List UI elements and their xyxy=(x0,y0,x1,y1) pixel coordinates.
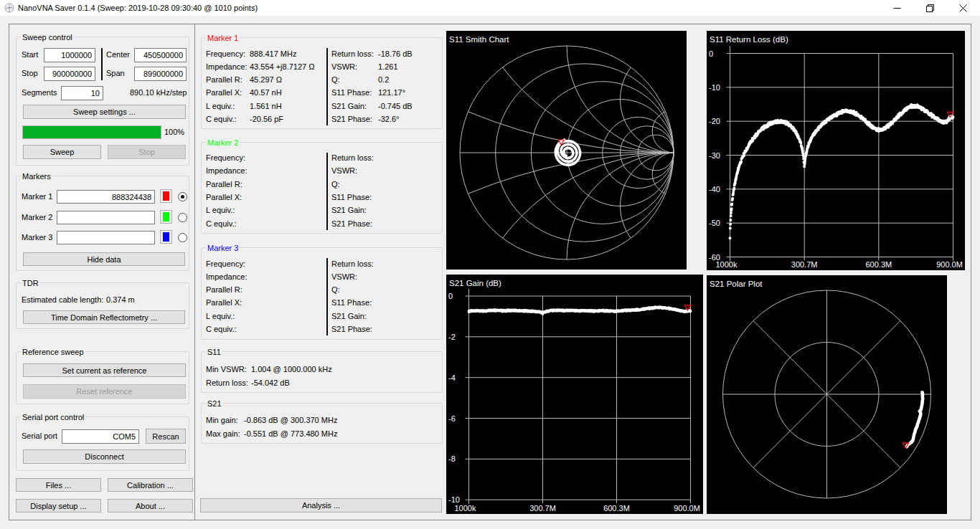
tdr-button[interactable]: Time Domain Reflectometry ... xyxy=(23,310,185,324)
serial-port-input[interactable] xyxy=(62,429,139,444)
sweep-control-group-title: Sweep control xyxy=(21,32,74,42)
marker3-select-radio[interactable] xyxy=(178,233,187,242)
window-title: NanoVNA Saver 0.1.4 (Sweep: 2019-10-28 0… xyxy=(18,4,258,12)
svg-text:-30: -30 xyxy=(709,151,720,160)
stop-label: Stop xyxy=(22,68,38,79)
svg-text:-6: -6 xyxy=(448,414,456,423)
s21-gain-chart[interactable]: 0-2-4-6-8-101000k300.7M600.3M900.0MS21 G… xyxy=(446,275,703,514)
marker2-frequency-input[interactable] xyxy=(57,211,155,224)
marker3-row4-rlabel: S21 Gain: xyxy=(331,311,367,322)
marker1-row3-rlabel: S11 Phase: xyxy=(331,87,372,98)
marker3-row2-label: Parallel R: xyxy=(206,285,242,295)
analysis-button[interactable]: Analysis ... xyxy=(200,498,442,513)
s21-polar-plot-chart[interactable]: S21 Polar Plot xyxy=(707,275,947,514)
set-reference-button[interactable]: Set current as reference xyxy=(23,363,186,377)
s11-return-loss-label: Return loss: xyxy=(206,378,248,389)
start-label: Start xyxy=(22,49,38,60)
marker3-row3-rlabel: S11 Phase: xyxy=(331,297,372,308)
marker3-info-divider xyxy=(326,258,328,335)
marker2-row5-label: C equiv.: xyxy=(206,219,237,229)
marker2-color-swatch xyxy=(163,212,169,221)
span-input[interactable] xyxy=(134,67,187,81)
center-label: Center xyxy=(106,49,130,60)
marker3-color-swatch xyxy=(163,232,169,242)
marker2-label: Marker 2 xyxy=(22,212,52,223)
svg-text:0: 0 xyxy=(448,292,453,300)
marker3-frequency-input[interactable] xyxy=(57,231,155,244)
sweep-settings-button[interactable]: Sweep settings ... xyxy=(23,105,186,119)
marker1-frequency-input[interactable] xyxy=(57,190,155,204)
marker1-row0-rvalue: -18.76 dB xyxy=(378,49,413,59)
disconnect-button[interactable]: Disconnect xyxy=(23,449,186,464)
marker1-row1-label: Impedance: xyxy=(206,62,247,72)
svg-text:-8: -8 xyxy=(448,454,456,463)
progress-percent-label: 100% xyxy=(164,127,184,138)
marker2-row1-rlabel: VSWR: xyxy=(331,166,357,176)
marker2-color-button[interactable] xyxy=(160,210,172,224)
marker3-row5-label: C equiv.: xyxy=(206,324,237,335)
restore-button[interactable] xyxy=(913,0,946,16)
rescan-button[interactable]: Rescan xyxy=(146,429,186,444)
marker3-color-button[interactable] xyxy=(160,230,172,244)
marker3-row1-rlabel: VSWR: xyxy=(331,272,357,282)
s11-return-loss-chart[interactable]: 0-10-20-30-40-50-601000k300.7M600.3M900.… xyxy=(707,31,965,270)
svg-text:-10: -10 xyxy=(448,495,460,504)
marker2-row4-rlabel: S21 Gain: xyxy=(331,205,367,216)
marker2-select-radio[interactable] xyxy=(178,213,187,222)
marker1-row5-rvalue: -32.6° xyxy=(378,114,399,125)
marker1-color-swatch xyxy=(163,191,169,201)
marker3-label: Marker 3 xyxy=(22,232,52,243)
marker1-color-button[interactable] xyxy=(160,189,172,203)
sweep-button[interactable]: Sweep xyxy=(23,145,101,159)
marker3-row0-rlabel: Return loss: xyxy=(331,259,374,270)
marker1-row0-value: 888.417 MHz xyxy=(250,49,296,59)
files-button[interactable]: Files ... xyxy=(16,478,101,492)
hide-data-button[interactable]: Hide data xyxy=(23,252,185,266)
marker1-row0-label: Frequency: xyxy=(206,49,245,59)
start-input[interactable] xyxy=(44,48,95,62)
marker1-row1-rvalue: 1.261 xyxy=(378,62,398,72)
svg-text:1000k: 1000k xyxy=(716,260,738,269)
marker1-label: Marker 1 xyxy=(22,191,52,202)
reset-reference-button[interactable]: Reset reference xyxy=(23,384,186,399)
segments-input[interactable] xyxy=(61,86,103,100)
title-bar: NanoVNA Saver 0.1.4 (Sweep: 2019-10-28 0… xyxy=(0,0,980,16)
serial-port-group-title: Serial port control xyxy=(21,412,85,422)
s11-smith-chart[interactable]: S11 Smith Chart xyxy=(446,31,687,270)
marker1-row4-label: L equiv.: xyxy=(206,101,235,112)
marker1-row2-rvalue: 0.2 xyxy=(378,75,389,85)
marker2-row2-label: Parallel R: xyxy=(206,179,242,190)
tdr-group-title: TDR xyxy=(21,278,40,288)
reference-sweep-group-title: Reference sweep xyxy=(21,347,85,357)
s11-min-vswr-label: Min VSWR: xyxy=(206,364,247,375)
marker1-row4-value: 1.561 nH xyxy=(250,101,282,112)
svg-text:600.3M: 600.3M xyxy=(865,260,892,269)
calibration-button[interactable]: Calibration ... xyxy=(108,478,193,492)
center-input[interactable] xyxy=(134,48,187,62)
minimize-button[interactable] xyxy=(880,0,913,16)
about-button[interactable]: About ... xyxy=(108,499,193,513)
marker2-row3-rlabel: S11 Phase: xyxy=(331,192,372,203)
svg-text:-10: -10 xyxy=(709,83,720,92)
close-button[interactable] xyxy=(946,0,979,16)
display-setup-button[interactable]: Display setup ... xyxy=(16,499,101,513)
svg-text:-4: -4 xyxy=(448,373,456,382)
stop-input[interactable] xyxy=(44,67,95,81)
s11-min-vswr-value: 1.004 @ 1000.000 kHz xyxy=(251,364,332,375)
marker3-row1-label: Impedance: xyxy=(206,272,247,282)
svg-text:1000k: 1000k xyxy=(455,504,476,513)
stop-button[interactable]: Stop xyxy=(108,145,186,159)
marker1-select-radio[interactable] xyxy=(178,192,187,201)
marker1-row3-rvalue: 121.17° xyxy=(378,87,405,98)
minimize-icon xyxy=(893,4,901,12)
s21-max-gain-label: Max gain: xyxy=(206,429,240,439)
marker3-row4-label: L equiv.: xyxy=(206,311,235,322)
svg-text:S21 Polar Plot: S21 Polar Plot xyxy=(710,280,763,288)
markers-group-title: Markers xyxy=(21,171,52,181)
marker1-row5-rlabel: S21 Phase: xyxy=(331,114,372,125)
marker1-row2-rlabel: Q: xyxy=(331,75,340,85)
cable-length-label: Estimated cable length: xyxy=(22,295,103,305)
svg-text:-50: -50 xyxy=(709,219,720,227)
s11-info-group-title: S11 xyxy=(206,347,222,357)
segments-label: Segments xyxy=(22,87,57,98)
